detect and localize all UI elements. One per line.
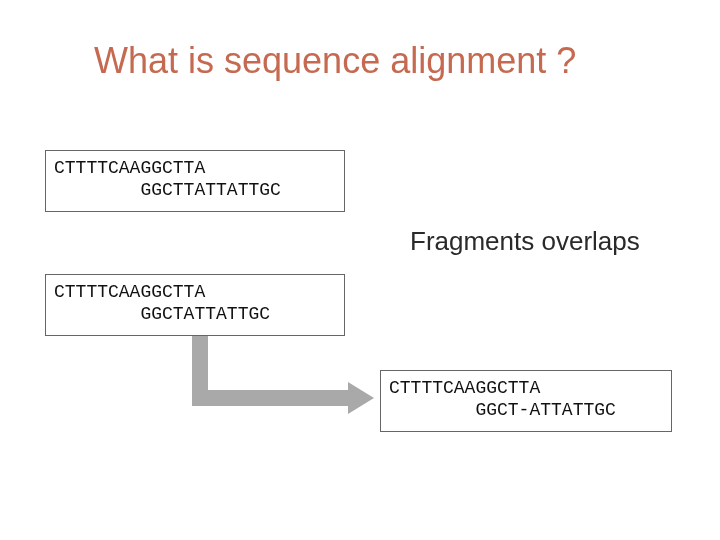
- sequence-box-1: CTTTTCAAGGCTTA GGCTTATTATTGC: [45, 150, 345, 212]
- sequence-box-1-content: CTTTTCAAGGCTTA GGCTTATTATTGC: [46, 151, 344, 207]
- slide: What is sequence alignment ? CTTTTCAAGGC…: [0, 0, 720, 540]
- seq2-line2: GGCTATTATTGC: [54, 304, 270, 324]
- fragments-overlaps-label: Fragments overlaps: [410, 226, 640, 257]
- sequence-box-2: CTTTTCAAGGCTTA GGCTATTATTGC: [45, 274, 345, 336]
- seq2-line1: CTTTTCAAGGCTTA: [54, 282, 205, 302]
- seq3-line2: GGCT-ATTATTGC: [389, 400, 616, 420]
- arrow-right-icon: [348, 382, 374, 414]
- arrow-horizontal-segment: [192, 390, 348, 406]
- sequence-box-3-content: CTTTTCAAGGCTTA GGCT-ATTATTGC: [381, 371, 671, 427]
- seq1-line2: GGCTTATTATTGC: [54, 180, 281, 200]
- sequence-box-2-content: CTTTTCAAGGCTTA GGCTATTATTGC: [46, 275, 344, 331]
- arrow-vertical-segment: [192, 336, 208, 390]
- seq3-line1: CTTTTCAAGGCTTA: [389, 378, 540, 398]
- sequence-box-3: CTTTTCAAGGCTTA GGCT-ATTATTGC: [380, 370, 672, 432]
- seq1-line1: CTTTTCAAGGCTTA: [54, 158, 205, 178]
- slide-title: What is sequence alignment ?: [94, 40, 576, 82]
